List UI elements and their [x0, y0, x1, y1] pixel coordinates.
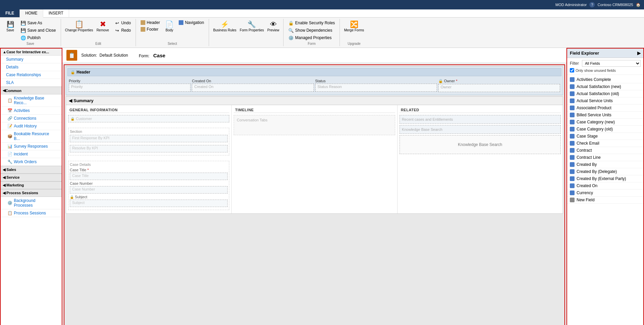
ribbon-group-upgrade: 🔀 Merge Forms Upgrade	[340, 19, 368, 46]
publish-button[interactable]: 🌐 Publish	[19, 34, 58, 41]
explorer-item-new-field[interactable]: New Field	[567, 197, 643, 204]
nav-audit-history[interactable]: 📝Audit History	[1, 122, 62, 130]
change-properties-button[interactable]: 📋 Change Properties	[64, 20, 94, 33]
managed-properties-button[interactable]: ⚙️ Managed Properties	[286, 34, 337, 41]
navigation-button[interactable]: Navigation	[177, 20, 206, 26]
show-dependencies-button[interactable]: 🔍 Show Dependencies	[286, 27, 337, 34]
nav-sla[interactable]: SLA	[1, 79, 62, 87]
explorer-item-contract-line[interactable]: Contract Line	[567, 154, 643, 161]
status-input[interactable]: Status Reason	[315, 84, 437, 92]
explorer-item-case-category-old[interactable]: Case Category (old)	[567, 126, 643, 133]
save-close-label: Save and Close	[27, 28, 56, 33]
customer-input[interactable]: 🔒Customer	[68, 115, 229, 122]
explorer-item-created-on[interactable]: Created On	[567, 182, 643, 189]
timeline-col: TIMELINE Conversation Tabs	[232, 105, 397, 213]
explorer-item-created-by-delegate[interactable]: Created By (Delegate)	[567, 168, 643, 175]
save-as-button[interactable]: 💾 Save As	[19, 20, 58, 26]
field-icon	[570, 106, 575, 110]
case-title-input[interactable]: Case Title	[70, 173, 228, 180]
remove-button[interactable]: ✖ Remove	[95, 20, 110, 33]
form-group-items: 🔒 Enable Security Roles 🔍 Show Dependenc…	[286, 20, 337, 41]
save-button[interactable]: 💾 Save	[3, 20, 18, 33]
managed-icon: ⚙️	[288, 35, 294, 40]
body-button[interactable]: 📄 Body	[163, 20, 176, 33]
explorer-item-check-email[interactable]: Check Email	[567, 140, 643, 147]
home-icon[interactable]: 🏠	[636, 3, 641, 7]
owner-input[interactable]: Owner	[438, 84, 560, 92]
explorer-item-created-by-external[interactable]: Created By (External Party)	[567, 175, 643, 182]
explorer-item-case-category-new[interactable]: Case Category (new)	[567, 119, 643, 126]
nav-details[interactable]: Details	[1, 63, 62, 71]
help-icon[interactable]: ?	[589, 2, 595, 7]
unused-fields-checkbox[interactable]	[570, 68, 574, 72]
explorer-expand-icon[interactable]: ▶	[637, 51, 641, 56]
tab-home[interactable]: HOME	[20, 9, 43, 18]
field-label: Activities Complete	[577, 77, 611, 82]
filter-select[interactable]: All Fields	[582, 60, 641, 67]
publish-icon: 🌐	[21, 35, 26, 40]
user-name: MOD Administrator	[555, 3, 587, 7]
field-label: Actual Satisfaction (old)	[577, 91, 619, 96]
explorer-item-billed-service-units[interactable]: Billed Service Units	[567, 112, 643, 119]
nav-activities[interactable]: 📅Activities	[1, 107, 62, 115]
select-group-items: Header Footer 📄 Body Navigation	[139, 20, 206, 41]
related-header: RELATED	[400, 107, 561, 113]
save-close-button[interactable]: 💾 Save and Close	[19, 27, 58, 34]
merge-icon: 🔀	[350, 20, 358, 28]
merge-forms-button[interactable]: 🔀 Merge Forms	[343, 20, 365, 33]
field-icon	[570, 169, 575, 174]
form-info: Form: Case	[139, 53, 166, 58]
navigation-label: Navigation	[185, 20, 204, 25]
header-button[interactable]: Header	[139, 20, 162, 26]
case-number-input[interactable]: Case Number	[70, 186, 228, 194]
explorer-item-associated-product[interactable]: Associated Product	[567, 105, 643, 112]
nav-connections[interactable]: 🔗Connections	[1, 115, 62, 122]
footer-button[interactable]: Footer	[139, 26, 162, 32]
resolve-by-kpi-input[interactable]: Resolve By KPI	[70, 145, 228, 152]
kpi-section-label: Section	[70, 129, 228, 134]
explorer-item-actual-service-units[interactable]: Actual Service Units	[567, 97, 643, 105]
preview-icon: 👁	[269, 20, 277, 28]
subject-input[interactable]: Subject	[70, 200, 228, 207]
enable-security-button[interactable]: 🔒 Enable Security Roles	[286, 20, 337, 26]
tab-insert[interactable]: INSERT	[43, 9, 69, 17]
filter-row: Filter All Fields	[570, 60, 641, 67]
nav-summary[interactable]: Summary	[1, 56, 62, 63]
nav-survey-responses[interactable]: 📊Survey Responses	[1, 143, 62, 150]
form-properties-button[interactable]: 🔧 Form Properties	[238, 20, 265, 33]
priority-label: Priority	[69, 79, 191, 83]
owner-lock: 🔒	[438, 79, 443, 83]
nav-bookable-resource[interactable]: 📦Bookable Resource B...	[1, 130, 62, 143]
nav-process-sessions[interactable]: 📋Process Sessions	[1, 209, 62, 217]
ribbon-group-select: Header Footer 📄 Body Navigation Select	[136, 19, 209, 46]
explorer-item-case-stage[interactable]: Case Stage	[567, 133, 643, 140]
explorer-item-activities-complete[interactable]: Activities Complete	[567, 76, 643, 83]
first-response-kpi-input[interactable]: First Response By KPI	[70, 135, 228, 142]
nav-knowledge-base[interactable]: 📋Knowledge Base Reco...	[1, 94, 62, 107]
tab-file[interactable]: FILE	[0, 9, 20, 17]
field-icon	[570, 77, 575, 82]
explorer-item-created-by[interactable]: Created By	[567, 161, 643, 168]
form-label: Form:	[139, 54, 149, 58]
explorer-item-contract[interactable]: Contract	[567, 147, 643, 154]
save-label: Save	[6, 28, 14, 32]
explorer-item-currency[interactable]: Currency	[567, 189, 643, 197]
explorer-item-actual-satisfaction-new[interactable]: Actual Satisfaction (new)	[567, 83, 643, 90]
nav-incident[interactable]: 📄incident	[1, 150, 62, 158]
nav-work-orders[interactable]: 🔧Work Orders	[1, 158, 62, 166]
field-label: Case Category (new)	[577, 120, 615, 124]
explorer-item-actual-satisfaction-old[interactable]: Actual Satisfaction (old)	[567, 90, 643, 97]
nav-case-relationships[interactable]: Case Relationships	[1, 71, 62, 79]
nav-title: ▲ Case for Interactive ex...	[1, 49, 62, 56]
nav-background-processes[interactable]: ⚙️Background Processes	[1, 197, 62, 209]
created-on-input[interactable]: Created On	[192, 84, 314, 92]
undo-button[interactable]: ↩ Undo	[112, 20, 133, 26]
subject-row: 🔒 Subject Subject	[70, 195, 228, 207]
redo-button[interactable]: ↪ Redo	[112, 27, 133, 34]
preview-button[interactable]: 👁 Preview	[266, 20, 281, 33]
general-info-header: GENERAL INFORMATION	[68, 107, 229, 113]
header-title: Header	[77, 70, 90, 75]
priority-input[interactable]: Priority	[69, 84, 191, 92]
solution-label: Solution:	[81, 53, 97, 58]
business-rules-button[interactable]: ⚡ Business Rules	[212, 20, 238, 33]
